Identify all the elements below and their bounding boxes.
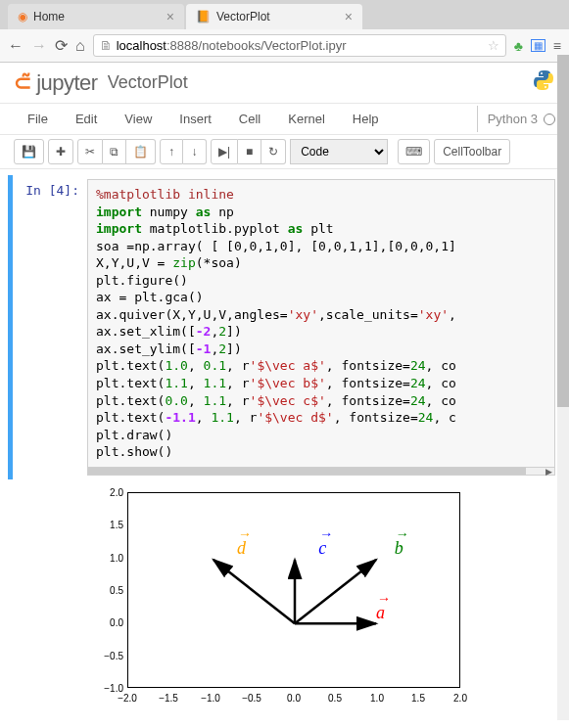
restart-button[interactable]: ↻	[261, 139, 286, 164]
home-icon: ◉	[18, 10, 27, 23]
celltoolbar-button[interactable]: CellToolbar	[434, 139, 510, 164]
xtick: 1.5	[411, 693, 425, 704]
svg-line-1	[295, 560, 376, 623]
menu-icon[interactable]: ≡	[553, 38, 561, 54]
ytick: 0.0	[110, 616, 123, 627]
reload-icon[interactable]: ⟳	[55, 36, 68, 55]
move-down-button[interactable]: ↓	[183, 139, 207, 164]
url-host: localhost	[117, 38, 166, 53]
xtick: −0.5	[242, 693, 261, 704]
kernel-status-icon	[544, 114, 555, 125]
stop-button[interactable]: ■	[238, 139, 261, 164]
browser-tab-notebook[interactable]: 📙 VectorPlot ×	[186, 4, 362, 29]
ytick: −1.0	[104, 682, 123, 693]
vec-label-c: c	[318, 538, 326, 558]
vec-label-d: d	[237, 538, 246, 558]
jupyter-header: ⊂̃ jupyter VectorPlot	[0, 63, 569, 104]
page-icon: 🗎	[100, 38, 113, 53]
menu-cell[interactable]: Cell	[225, 106, 274, 132]
vec-label-a: a	[376, 603, 385, 622]
code-cell[interactable]: In [4]: %matplotlib inline import numpy …	[8, 175, 561, 479]
tab-title: VectorPlot	[216, 10, 270, 23]
input-prompt: In [4]:	[13, 179, 87, 476]
forward-icon[interactable]: →	[31, 37, 47, 55]
back-icon[interactable]: ←	[8, 37, 24, 55]
restart-icon: ↻	[268, 145, 278, 159]
ytick: 0.5	[110, 584, 123, 595]
url-port: :8888	[166, 38, 199, 53]
extension-icon[interactable]: ♣	[514, 38, 523, 54]
arrow-up-icon: ↑	[168, 145, 174, 159]
ytick: −0.5	[104, 650, 123, 660]
url-input[interactable]: 🗎 localhost:8888/notebooks/VectorPlot.ip…	[93, 34, 506, 57]
menu-bar: File Edit View Insert Cell Kernel Help P…	[0, 104, 569, 135]
close-icon[interactable]: ×	[345, 9, 353, 24]
menu-file[interactable]: File	[14, 106, 62, 132]
menu-kernel[interactable]: Kernel	[274, 106, 339, 132]
paste-icon: 📋	[133, 145, 148, 159]
menu-view[interactable]: View	[111, 106, 166, 132]
cut-icon: ✂	[85, 145, 95, 159]
browser-navbar: ← → ⟳ ⌂ 🗎 localhost:8888/notebooks/Vecto…	[0, 29, 569, 63]
svg-line-3	[213, 560, 295, 623]
xtick: −2.0	[118, 693, 137, 704]
cut-button[interactable]: ✂	[77, 139, 103, 164]
python-icon	[532, 68, 555, 97]
plus-icon: ✚	[56, 145, 66, 159]
xtick: 0.5	[328, 693, 342, 704]
menu-edit[interactable]: Edit	[62, 106, 111, 132]
horizontal-scrollbar[interactable]: ▶	[87, 468, 555, 476]
copy-icon: ⧉	[110, 145, 119, 159]
jupyter-logo[interactable]: ⊂̃ jupyter	[14, 70, 98, 96]
notebook-icon: 📙	[196, 10, 211, 23]
plot-axes	[127, 492, 460, 688]
keyboard-icon: ⌨	[405, 145, 422, 159]
xtick: −1.5	[159, 693, 178, 704]
tab-title: Home	[33, 10, 65, 23]
notebook-container: In [4]: %matplotlib inline import numpy …	[0, 169, 569, 718]
run-button[interactable]: ▶|	[211, 139, 238, 164]
paste-button[interactable]: 📋	[126, 139, 156, 164]
close-icon[interactable]: ×	[166, 9, 174, 24]
kernel-indicator: Python 3	[477, 106, 555, 132]
cell-output: 2.0 1.5 1.0 0.5 0.0 −0.5 −1.0 −2.0 −1.5 …	[88, 487, 561, 712]
move-up-button[interactable]: ↑	[160, 139, 183, 164]
vertical-scrollbar[interactable]	[557, 55, 569, 720]
quiver-svg	[128, 493, 461, 689]
menu-insert[interactable]: Insert	[166, 106, 225, 132]
ytick: 1.5	[110, 519, 123, 529]
url-path: /notebooks/VectorPlot.ipyr	[199, 38, 347, 53]
xtick: 0.0	[287, 693, 301, 704]
play-icon: ▶|	[218, 145, 230, 159]
code-editor[interactable]: %matplotlib inline import numpy as np im…	[87, 179, 555, 468]
ytick: 2.0	[110, 486, 123, 497]
home-icon[interactable]: ⌂	[75, 37, 85, 55]
celltype-select[interactable]: Code	[290, 139, 388, 164]
extension-icon[interactable]: ▦	[531, 39, 545, 52]
stop-icon: ■	[246, 145, 253, 159]
matplotlib-plot: 2.0 1.5 1.0 0.5 0.0 −0.5 −1.0 −2.0 −1.5 …	[88, 487, 480, 712]
notebook-title[interactable]: VectorPlot	[108, 72, 188, 93]
menu-help[interactable]: Help	[339, 106, 393, 132]
copy-button[interactable]: ⧉	[103, 139, 126, 164]
vec-label-b: b	[395, 538, 403, 558]
save-icon: 💾	[22, 145, 36, 159]
command-palette-button[interactable]: ⌨	[398, 139, 430, 164]
kernel-name: Python 3	[488, 112, 538, 126]
arrow-down-icon: ↓	[192, 145, 198, 159]
xtick: 1.0	[370, 693, 384, 704]
add-cell-button[interactable]: ✚	[48, 139, 73, 164]
xtick: −1.0	[201, 693, 220, 704]
toolbar: 💾 ✚ ✂ ⧉ 📋 ↑ ↓ ▶| ■ ↻ Code ⌨ CellToolbar	[0, 135, 569, 169]
xtick: 2.0	[453, 693, 467, 704]
browser-tab-home[interactable]: ◉ Home ×	[8, 4, 184, 29]
star-icon[interactable]: ☆	[488, 38, 499, 53]
save-button[interactable]: 💾	[14, 139, 44, 164]
browser-tabs: ◉ Home × 📙 VectorPlot ×	[0, 0, 569, 29]
ytick: 1.0	[110, 552, 123, 563]
